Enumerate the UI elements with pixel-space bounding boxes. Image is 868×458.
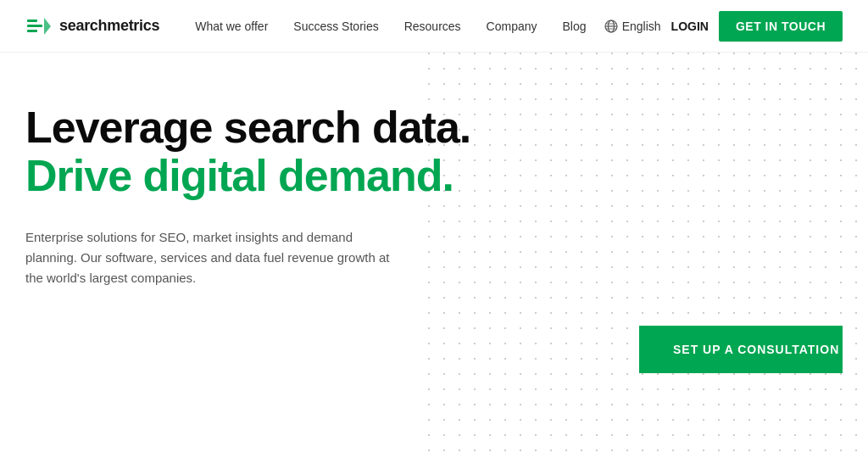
svg-rect-2 <box>27 30 37 32</box>
logo-icon <box>25 13 53 40</box>
hero-section: Leverage search data. Drive digital dema… <box>0 53 576 356</box>
language-selector[interactable]: English <box>604 20 661 33</box>
nav-right: English LOGIN GET IN TOUCH <box>604 11 843 42</box>
navbar: searchmetrics What we offer Success Stor… <box>0 0 868 53</box>
consultation-button[interactable]: SET UP A CONSULTATION <box>639 326 843 373</box>
brand-name: searchmetrics <box>59 17 159 35</box>
hero-description: Enterprise solutions for SEO, market ins… <box>25 227 390 288</box>
globe-icon <box>604 20 618 33</box>
nav-links: What we offer Success Stories Resources … <box>185 14 604 38</box>
login-button[interactable]: LOGIN <box>671 20 709 33</box>
logo[interactable]: searchmetrics <box>25 13 159 40</box>
hero-headline-1: Leverage search data. <box>25 103 551 152</box>
nav-company[interactable]: Company <box>476 14 548 38</box>
nav-what-we-offer[interactable]: What we offer <box>185 14 278 38</box>
nav-success-stories[interactable]: Success Stories <box>283 14 388 38</box>
nav-blog[interactable]: Blog <box>553 14 597 38</box>
svg-rect-1 <box>27 25 42 27</box>
svg-marker-3 <box>44 18 51 35</box>
language-label: English <box>622 20 661 33</box>
svg-rect-0 <box>27 20 37 22</box>
nav-resources[interactable]: Resources <box>394 14 471 38</box>
cta-area: SET UP A CONSULTATION <box>639 326 843 373</box>
hero-headline-2: Drive digital demand. <box>25 152 551 200</box>
get-in-touch-button[interactable]: GET IN TOUCH <box>719 11 843 42</box>
